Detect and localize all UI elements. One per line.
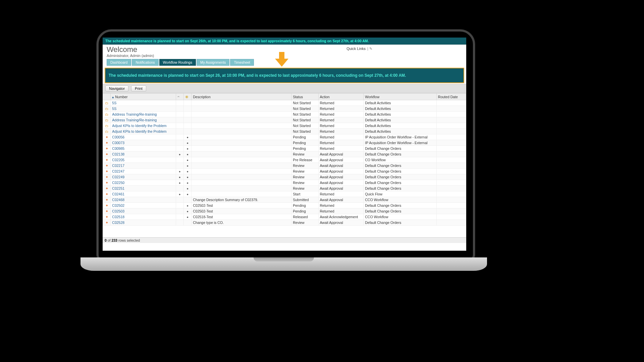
number-link[interactable]: C02138 [112,152,124,156]
cell-number[interactable]: 5S [111,100,176,106]
tab-dashboard[interactable]: Dashboard [107,59,131,66]
routing-icon: ✦ [105,192,108,196]
cell-number[interactable]: Adjust KPIs to Identify the Problem [111,123,176,129]
table-row[interactable]: ✦C02247●●ReviewAwait ApprovalDefault Cha… [103,169,466,174]
cell-number[interactable]: C00073 [111,140,176,146]
col-header-routed-date[interactable]: Routed Date [436,94,466,100]
number-link[interactable]: C02518 [112,215,124,219]
cell-number[interactable]: C02138 [111,152,176,157]
col-header-action[interactable]: Action [318,94,364,100]
edit-icon[interactable]: | ✎ [367,47,372,51]
col-header-description[interactable]: Description [192,94,291,100]
number-link[interactable]: C02528 [112,221,124,225]
cell-attach: ● [176,169,183,174]
cell-number[interactable]: C02247 [111,169,176,174]
cell-number[interactable]: C00056 [111,134,176,140]
routing-icon: ✦ [105,158,108,162]
table-row[interactable]: ✦C02503●C02502-TestPendingReturnedDefaul… [103,208,466,214]
cell-number[interactable]: C02503 [111,208,176,214]
table-row[interactable]: ✦C02250●●ReviewAwait ApprovalDefault Cha… [103,180,466,186]
cell-status: Pending [291,203,318,208]
navigator-button[interactable]: Navigator [105,85,128,92]
table-row[interactable]: 🗀Adjust KPIs to Identify the ProblemNot … [103,123,466,129]
table-row[interactable]: ✦C02468Change Description Summary of C02… [103,197,466,203]
col-header-attachments[interactable]: 𝄐 [176,94,183,100]
quick-links[interactable]: Quick Links | ✎ [346,47,372,51]
cell-type-icon: ✦ [103,140,111,146]
tab-my-assignments[interactable]: My Assignments [197,59,229,66]
cell-status: Pending [291,140,318,146]
cell-number[interactable]: Address Training/Re-training [111,112,176,117]
cell-note [183,220,191,226]
cell-action: Await Approval [318,157,364,163]
cell-type-icon: 🗀 [103,112,111,117]
cell-attach: ● [176,180,183,186]
table-row[interactable]: ✦C00073●PendingReturnedIP Acquisition Or… [103,140,466,146]
tab-timesheet[interactable]: Timesheet [230,59,254,66]
number-link[interactable]: C02249 [112,175,124,179]
table-row[interactable]: ✦C02528Change type is CO.ReviewAwait App… [103,220,466,226]
table-row[interactable]: ✦C02138●●ReviewAwait ApprovalDefault Cha… [103,152,466,157]
table-row[interactable]: ✦C00056●PendingReturnedIP Acquisition Or… [103,134,466,140]
col-header-workflow[interactable]: Workflow [364,94,437,100]
number-link[interactable]: C02205 [112,158,124,162]
number-link[interactable]: Adjust KPIs to Identify the Problem [112,124,166,128]
cell-number[interactable]: C02249 [111,174,176,180]
tab-workflow-routings[interactable]: Workflow Routings [159,59,196,66]
cell-number[interactable]: 5S [111,106,176,112]
cell-number[interactable]: Address Training/Re-training [111,117,176,123]
number-link[interactable]: C00073 [112,141,124,145]
col-header-number[interactable]: ▴ Number [111,94,176,100]
cell-number[interactable]: C02217 [111,163,176,169]
table-row[interactable]: 🗀Address Training/Re-trainingNot Started… [103,117,466,123]
table-row[interactable]: ✦C02251●ReviewAwait ApprovalDefault Chan… [103,186,466,191]
number-link[interactable]: Address Training/Re-training [112,118,157,122]
number-link[interactable]: C02461 [112,192,124,196]
table-row[interactable]: ✦C02205●Pre ReleaseAwait ApprovalCO Work… [103,157,466,163]
table-row[interactable]: 🗀Adjust KPIs to Identify the ProblemNot … [103,129,466,134]
table-row[interactable]: ✦C02461●●StartReturnedQuick Flow [103,191,466,197]
number-link[interactable]: C02503 [112,209,124,213]
cell-type-icon: ✦ [103,197,111,203]
print-button[interactable]: Print [131,85,146,92]
table-row[interactable]: 🗀Address Training/Re-trainingNot Started… [103,112,466,117]
table-row[interactable]: 🗀5SNot StartedReturnedDefault Activities [103,106,466,112]
number-link[interactable]: C02217 [112,164,124,168]
cell-description: C02518-Test [192,214,291,220]
cell-number[interactable]: C02250 [111,180,176,186]
tab-notifications[interactable]: Notifications [132,59,158,66]
number-link[interactable]: 5S [112,101,116,105]
cell-number[interactable]: Adjust KPIs to Identify the Problem [111,129,176,134]
table-row[interactable]: ✦C02249●●ReviewAwait ApprovalDefault Cha… [103,174,466,180]
col-header-notes[interactable]: ◉ [183,94,191,100]
cell-number[interactable]: C02528 [111,220,176,226]
number-link[interactable]: C00056 [112,135,124,139]
col-header-icon[interactable] [103,94,111,100]
number-link[interactable]: C02250 [112,181,124,185]
cell-number[interactable]: C02502 [111,203,176,208]
number-link[interactable]: C02468 [112,198,124,202]
cell-number[interactable]: C02205 [111,157,176,163]
workflow-routings-grid: ▴ Number 𝄐 ◉ Description Status Action W… [103,93,466,226]
table-row[interactable]: ✦C02217●ReviewAwait ApprovalDefault Chan… [103,163,466,169]
grid-scroll[interactable]: ▴ Number 𝄐 ◉ Description Status Action W… [103,93,466,237]
cell-note [183,112,191,117]
table-row[interactable]: ✦C02518●C02518-TestReleasedAwait Acknowl… [103,214,466,220]
cell-number[interactable]: C02468 [111,197,176,203]
cell-number[interactable]: C02251 [111,186,176,191]
number-link[interactable]: C02247 [112,169,124,173]
table-row[interactable]: ✦C00985●PendingReturnedDefault Change Or… [103,146,466,152]
cell-number[interactable]: C02461 [111,191,176,197]
cell-number[interactable]: C02518 [111,214,176,220]
number-link[interactable]: 5S [112,107,116,111]
number-link[interactable]: Adjust KPIs to Identify the Problem [112,129,166,133]
number-link[interactable]: C02502 [112,203,124,207]
number-link[interactable]: C02251 [112,186,124,190]
table-row[interactable]: 🗀5SNot StartedReturnedDefault Activities [103,100,466,106]
number-link[interactable]: Address Training/Re-training [112,112,157,116]
cell-action: Returned [318,191,364,197]
col-header-status[interactable]: Status [291,94,318,100]
table-row[interactable]: ✦C02502●C02502-TestPendingReturnedDefaul… [103,203,466,208]
cell-number[interactable]: C00985 [111,146,176,152]
number-link[interactable]: C00985 [112,146,124,150]
